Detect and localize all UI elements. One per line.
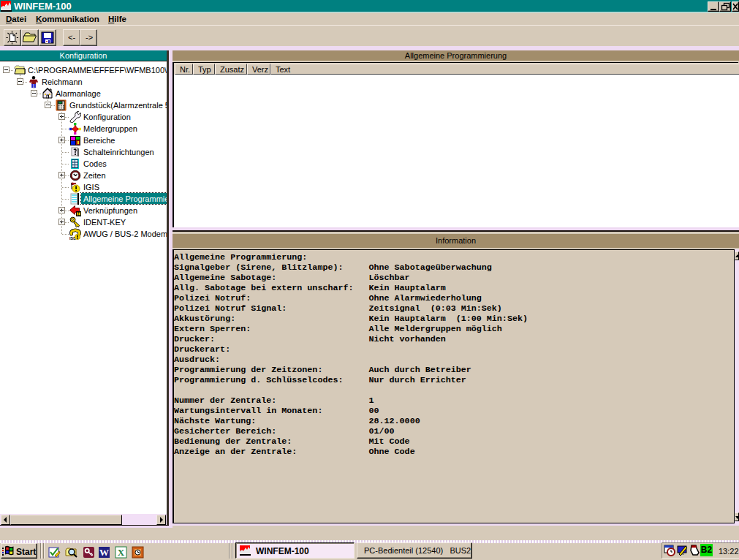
svg-text:W: W xyxy=(99,547,109,558)
svg-text:X: X xyxy=(118,547,125,558)
svg-text:Σ: Σ xyxy=(77,211,80,216)
